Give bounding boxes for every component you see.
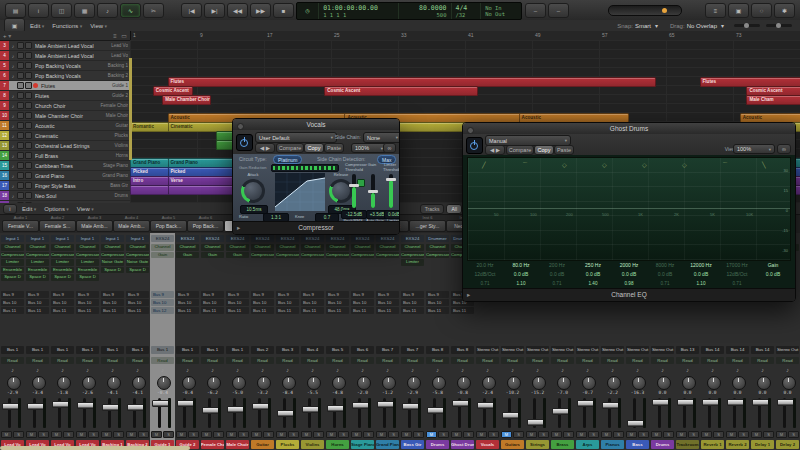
pan-knob[interactable] xyxy=(432,376,446,390)
lcd-display[interactable]: ◷ 01:00:00:00.00 1 1 1 1 80.0000 500 4/4… xyxy=(296,2,522,20)
loop-browser-icon[interactable]: ◌ xyxy=(751,3,772,18)
automation-mode[interactable]: Read xyxy=(151,357,174,364)
pan-knob[interactable] xyxy=(457,376,471,390)
eq-band-frequency[interactable]: Gain xyxy=(755,261,791,270)
send-slot[interactable]: Bus 11 xyxy=(451,307,474,314)
insert-slot[interactable]: Channel EQ xyxy=(301,244,324,251)
insert-slot[interactable]: Limiter xyxy=(51,259,74,266)
track-mute-button[interactable] xyxy=(17,52,24,59)
mute-button[interactable]: M xyxy=(151,431,162,438)
instrument-slot[interactable]: Input 1 xyxy=(1,235,24,242)
mute-button[interactable]: M xyxy=(76,431,87,438)
output-slot[interactable]: Bus 1 xyxy=(76,346,99,354)
solo-button[interactable]: S xyxy=(63,431,74,438)
channel-name[interactable]: Delay 2 xyxy=(776,440,799,449)
pan-knob[interactable] xyxy=(82,376,96,390)
media-browser-icon[interactable]: ▣ xyxy=(728,3,749,18)
eq-band-column[interactable]: Gain0.0 dB xyxy=(755,261,791,291)
eq-band-gain[interactable]: 0.0 dB xyxy=(647,270,683,279)
pan-knob[interactable] xyxy=(632,376,646,390)
pan-knob[interactable] xyxy=(32,376,46,390)
mute-button[interactable]: M xyxy=(751,431,762,438)
mixer-menu-view[interactable]: View ▾ xyxy=(77,206,94,212)
pan-knob[interactable] xyxy=(332,376,346,390)
instrument-slot[interactable]: EXS24 xyxy=(151,235,174,242)
channel-name[interactable]: Reverb 1 xyxy=(701,440,724,449)
send-slot[interactable]: Bus 10 xyxy=(401,299,424,306)
fader-thumb[interactable] xyxy=(577,400,594,407)
instrument-slot[interactable]: Input 1 xyxy=(76,235,99,242)
automation-mode[interactable]: Read xyxy=(126,357,149,364)
track-zoom-icon[interactable]: ▭ xyxy=(121,33,127,39)
output-slot[interactable]: Bus 1 xyxy=(201,346,224,354)
mixer-menu-options[interactable]: Options ▾ xyxy=(44,206,69,212)
fader-thumb[interactable] xyxy=(402,403,419,410)
track-row[interactable]: 5♪Pop Backing VocalsBacking 1 xyxy=(0,61,130,71)
automation-mode[interactable]: Read xyxy=(176,357,199,364)
eq-band-icon[interactable]: ◇ xyxy=(602,161,607,168)
mute-button[interactable]: M xyxy=(326,431,337,438)
tools-icon[interactable]: ✂ xyxy=(143,3,164,18)
solo-button[interactable]: S xyxy=(263,431,274,438)
send-slot[interactable]: Bus 10 xyxy=(101,299,124,306)
insert-slot[interactable]: Channel EQ xyxy=(151,244,174,251)
arrange-region[interactable]: Romantic xyxy=(130,122,169,132)
solo-button[interactable]: S xyxy=(88,431,99,438)
output-slot[interactable]: Bus 7 xyxy=(401,346,424,354)
insert-slot[interactable]: Ensemble xyxy=(51,267,74,274)
insert-slot[interactable]: Compressor xyxy=(26,252,49,259)
eq-band-gain[interactable]: 0.0 dB xyxy=(575,270,611,279)
fader-thumb[interactable] xyxy=(652,399,669,406)
instrument-slot[interactable]: EXS24 xyxy=(251,235,274,242)
pan-knob[interactable] xyxy=(507,376,521,390)
solo-button[interactable]: S xyxy=(613,431,624,438)
cycle-button[interactable]: – xyxy=(525,3,546,18)
mute-button[interactable]: M xyxy=(651,431,662,438)
pan-knob[interactable] xyxy=(307,376,321,390)
output-slot[interactable]: Bus 1 xyxy=(51,346,74,354)
solo-button[interactable]: S xyxy=(113,431,124,438)
library-icon[interactable]: ▤ xyxy=(5,3,26,18)
output-slot[interactable]: Stereo Out xyxy=(576,346,599,354)
track-row[interactable]: 10♪Male Chamber ChoirMale Choir xyxy=(0,111,130,121)
channel-name[interactable]: Arps xyxy=(576,440,599,449)
quick-help-icon[interactable]: ◫ xyxy=(51,3,72,18)
insert-slot[interactable]: Compressor xyxy=(376,252,399,259)
eq-band-column[interactable]: 12000 Hz0.0 dB1.10 xyxy=(683,261,719,291)
insert-slot[interactable]: Space D xyxy=(101,267,124,274)
mute-button[interactable]: M xyxy=(251,431,262,438)
pan-knob[interactable] xyxy=(557,376,571,390)
pan-knob[interactable] xyxy=(682,376,696,390)
menu-edit[interactable]: Edit ▾ xyxy=(30,23,44,29)
channel-strip[interactable]: EXS24Channel EQGainBus 9Bus 10Bus 11Bus … xyxy=(225,233,251,450)
eq-band-frequency[interactable]: 12000 Hz xyxy=(683,261,719,270)
fader-thumb[interactable] xyxy=(177,400,194,407)
channel-strip[interactable]: EXS24Channel EQCompressorBus 9Bus 10Bus … xyxy=(300,233,326,450)
automation-mode[interactable]: Read xyxy=(526,357,549,364)
lcd-division[interactable]: /32 xyxy=(456,12,477,18)
mute-button[interactable]: M xyxy=(201,431,212,438)
automation-mode[interactable]: Read xyxy=(326,357,349,364)
solo-button[interactable]: S xyxy=(513,431,524,438)
pan-knob[interactable] xyxy=(607,376,621,390)
solo-button[interactable]: S xyxy=(363,431,374,438)
instrument-slot[interactable]: Input 1 xyxy=(126,235,149,242)
send-slot[interactable]: Bus 10 xyxy=(276,299,299,306)
track-mute-button[interactable] xyxy=(17,132,24,139)
eq-band-icon[interactable]: ╱ xyxy=(482,161,486,168)
insert-slot[interactable]: Space D xyxy=(26,274,49,281)
mixer-top-name-button[interactable]: Female S... xyxy=(39,220,76,232)
output-slot[interactable]: Stereo Out xyxy=(526,346,549,354)
solo-button[interactable]: S xyxy=(338,431,349,438)
automation-mode[interactable]: Read xyxy=(676,357,699,364)
fader-thumb[interactable] xyxy=(102,404,119,411)
track-row[interactable]: 8♪FlutesGuide 2 xyxy=(0,91,130,101)
send-slot[interactable]: Bus 11 xyxy=(251,307,274,314)
volume-value[interactable]: -2.9 xyxy=(401,390,424,396)
instrument-slot[interactable]: EXS24 xyxy=(376,235,399,242)
insert-slot[interactable]: Channel EQ xyxy=(176,244,199,251)
channel-name[interactable]: Reverb 2 xyxy=(726,440,749,449)
track-row[interactable]: 17♪Finger Style BassBass Gtr xyxy=(0,181,130,191)
send-slot[interactable]: Bus 10 xyxy=(1,299,24,306)
output-slot[interactable]: Bus 8 xyxy=(426,346,449,354)
